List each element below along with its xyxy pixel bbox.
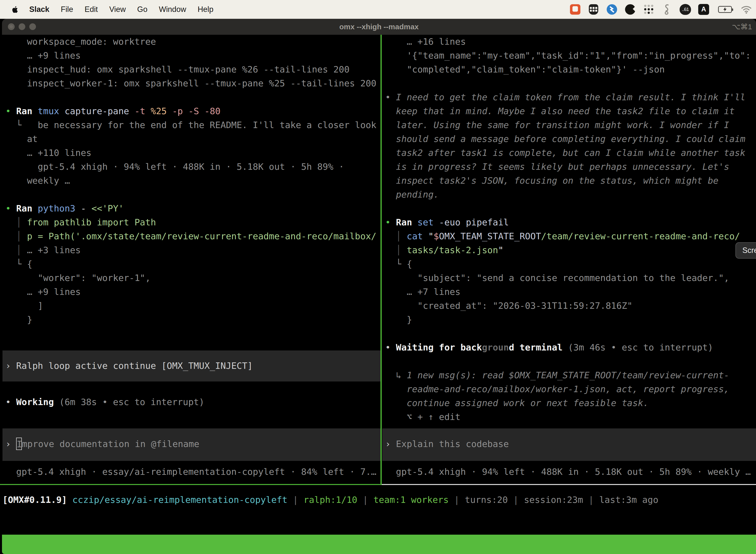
output-line: └ be necessary for the end of the README… (2, 118, 380, 132)
output-line: … +9 lines (2, 285, 380, 299)
battery-icon[interactable] (716, 4, 734, 15)
terminal-pane-left[interactable]: workspace_mode: worktree … +9 lines insp… (2, 35, 380, 484)
mailbox-message-line: readme-and-reco/mailbox/worker-1.json, a… (382, 382, 756, 396)
menu-window[interactable]: Window (159, 5, 186, 14)
chevron-icon: › (385, 439, 396, 449)
session-path: cczip/essay/ai-reimplementation-copyleft (72, 495, 288, 505)
apple-logo-icon[interactable] (10, 5, 19, 14)
output-line: … +7 lines (382, 285, 756, 299)
gutter-line: │ (385, 245, 407, 255)
blank-line (382, 202, 756, 215)
bullet-icon: • (385, 342, 396, 352)
gutter-line: │ (5, 217, 27, 227)
menu-view[interactable]: View (109, 5, 126, 14)
bullet-icon: • (5, 106, 16, 116)
last-activity: last:3m ago (599, 495, 658, 505)
output-line: inspect_hud: omx sparkshell --tmux-pane … (2, 63, 380, 76)
turns-counter: turns:20 (465, 495, 508, 505)
bullet-icon: • (5, 203, 16, 214)
ralph-counter: ralph:1/10 (304, 495, 358, 505)
dots-grid-icon[interactable] (643, 4, 654, 15)
output-line: "completed","claim_token":"claim-token"}… (382, 63, 756, 76)
window-title-bar: omx --xhigh --madmax ⌥⌘1 (2, 19, 756, 35)
speedtest-icon[interactable] (606, 4, 618, 15)
gutter-line: │ (5, 245, 27, 255)
menu-edit[interactable]: Edit (84, 5, 98, 14)
output-line: workspace_mode: worktree (2, 35, 380, 49)
mailbox-message-line: ↳ 1 new msg(s): read $OMX_TEAM_STATE_ROO… (382, 368, 756, 382)
output-line: "worker": "worker-1", (2, 271, 380, 285)
thinking-line: task2 after task1 is complete, but can I… (382, 146, 756, 160)
thinking-line: keep that in mind. Maybe I also need the… (382, 104, 756, 118)
keyboard-layout-icon[interactable]: A (698, 4, 709, 15)
command-line-set: • Ran set -euo pipefail (382, 215, 756, 229)
hook-icon[interactable] (661, 4, 673, 15)
thinking-line: pending. (382, 188, 756, 202)
gutter-line: │ (5, 231, 27, 241)
output-line: ] (2, 299, 380, 313)
desktop-screen: Slack File Edit View Go Window Help (0, 0, 756, 554)
prompt-input-right[interactable]: › Explain this codebase (382, 428, 756, 461)
command-line-cat: │ tasks/task-2.json" (382, 243, 756, 257)
blank-line (2, 90, 380, 104)
menu-app-name[interactable]: Slack (29, 5, 49, 14)
output-line: } (382, 313, 756, 327)
pane-divider[interactable] (380, 35, 382, 485)
menu-bar-status-icons: ..61 A (569, 4, 752, 15)
output-line: } (2, 313, 380, 327)
menu-file[interactable]: File (61, 5, 73, 14)
prompt-input-left[interactable]: › Improve documentation in @filename (2, 428, 380, 461)
text-cursor: I (16, 438, 22, 450)
output-line: gpt-5.4 xhigh · 94% left · 488K in · 5.1… (2, 160, 380, 174)
terminal-pane-right[interactable]: … +16 lines '{"team_name":"my-team","tas… (382, 35, 756, 484)
menu-help[interactable]: Help (198, 5, 213, 14)
gutter-line: │ (385, 231, 407, 241)
thinking-line: is in progress? It seems likely but perh… (382, 160, 756, 174)
chevron-icon: › (5, 439, 16, 449)
command-line-cat: │ cat "$OMX_TEAM_STATE_ROOT/team/review-… (382, 229, 756, 243)
session-status-right: gpt-5.4 xhigh · 94% left · 488K in · 5.1… (382, 465, 756, 479)
inactive-pane-border (382, 484, 756, 485)
wifi-icon[interactable] (741, 4, 752, 15)
output-line: weekly … (2, 174, 380, 188)
thinking-line: inspect task2's JSON, focusing on the st… (382, 174, 756, 188)
omx-status-line: [OMX#0.11.9] cczip/essay/ai-reimplementa… (2, 493, 658, 507)
session-status-left: gpt-5.4 xhigh · essay/ai-reimplementatio… (2, 465, 380, 479)
mailbox-message-line: continue assigned work or next feasible … (382, 396, 756, 410)
battery-badge-icon[interactable]: ..61 (680, 4, 691, 15)
output-line: … +16 lines (382, 35, 756, 49)
screen-tooltip: Scre (736, 242, 756, 259)
command-line-tmux: • Ran tmux capture-pane -t %25 -p -S -80 (2, 104, 380, 118)
ralph-loop-banner: › Ralph loop active continue [OMX_TMUX_I… (2, 350, 380, 382)
bullet-icon: • (5, 397, 16, 407)
active-pane-border (0, 484, 382, 485)
bullet-icon: • (385, 92, 396, 102)
menu-go[interactable]: Go (137, 5, 147, 14)
output-line: … +9 lines (2, 49, 380, 63)
output-line: at (2, 132, 380, 146)
pie-icon[interactable] (625, 4, 636, 15)
thinking-line: later. Using the same for transition mig… (382, 118, 756, 132)
input-placeholder: Explain this codebase (396, 439, 509, 449)
output-line: "created_at": "2026-03-31T11:59:27.816Z" (382, 299, 756, 313)
team-workers: team:1 workers (374, 495, 449, 505)
window-shortcut-hint: ⌥⌘1 (732, 19, 752, 35)
code-line: │ p = Path('.omx/state/team/review-curre… (2, 229, 380, 243)
chevron-icon: › (5, 361, 16, 371)
blank-line (2, 188, 380, 202)
thinking-line: • I need to get the claim token from the… (382, 90, 756, 104)
window-title: omx --xhigh --madmax (2, 19, 756, 35)
output-line: └ { (382, 257, 756, 271)
shield-grid-icon[interactable] (588, 4, 599, 15)
output-line: "subject": "send a concise recommendatio… (382, 271, 756, 285)
screen-record-icon[interactable] (569, 4, 581, 15)
output-line: … +110 lines (2, 146, 380, 160)
tmux-status-bar: [omx-cczip0:bash* "MacBook-Pro-44.local"… (2, 535, 756, 554)
menu-bar: Slack File Edit View Go Window Help (0, 0, 756, 19)
output-line: └ { (2, 257, 380, 271)
input-placeholder: mprove documentation in @filename (22, 439, 199, 449)
code-line: │ from pathlib import Path (2, 215, 380, 229)
command-line-python: • Ran python3 - <<'PY' (2, 202, 380, 215)
blank-line (382, 354, 756, 368)
session-timer: session:23m (524, 495, 583, 505)
